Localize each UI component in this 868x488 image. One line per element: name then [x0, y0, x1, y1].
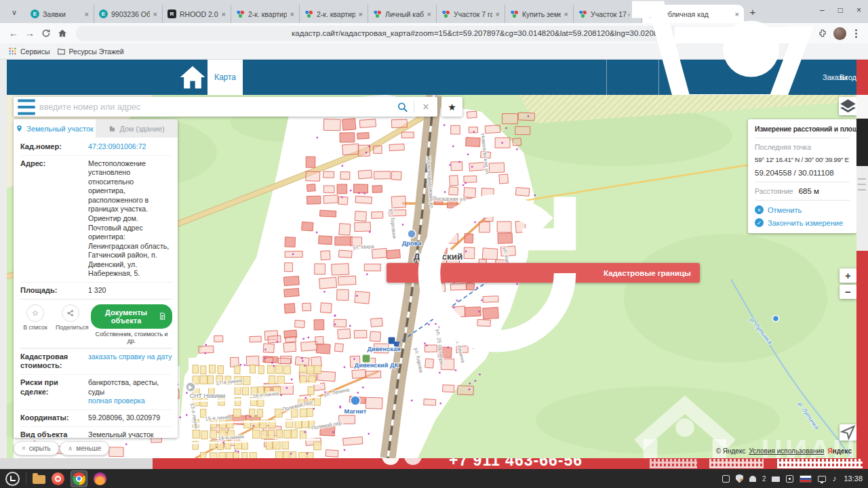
shield-tray-icon[interactable] — [736, 474, 743, 483]
object-panel-tabs: Земельный участокДом (здание) — [14, 119, 178, 138]
hide-panel-button[interactable]: ×скрыть — [14, 441, 59, 455]
flame-app-icon[interactable] — [94, 472, 106, 485]
row-label: Кадастровая стоимость: — [20, 352, 84, 371]
locate-button[interactable] — [840, 424, 856, 441]
network-tray-icon[interactable] — [818, 476, 826, 482]
home-button[interactable] — [54, 28, 71, 38]
close-tab-icon[interactable]: × — [153, 10, 157, 18]
row-link[interactable]: полная проверка — [88, 396, 172, 406]
cian-favicon — [441, 9, 450, 18]
object-row: Кад.номер:47:23:0901006:72 — [20, 139, 172, 155]
tab-title: RHOOD 2.0 — [180, 10, 218, 18]
layers-button[interactable] — [839, 97, 856, 115]
yandex-logo: Яндекс — [827, 447, 852, 455]
object-row: Координаты:59.208096, 30.020979 — [20, 409, 172, 426]
taskbar: 2 ♪ 13:38 — [0, 469, 868, 488]
bookmark-1[interactable]: Сервисы — [8, 47, 50, 56]
object-row: Риски при сделке:банкротства, аресты, су… — [20, 374, 172, 409]
phone-number: +7 911 463-66-56 — [449, 458, 583, 469]
browser-tab-8[interactable]: Купить земель× — [505, 5, 574, 23]
row-link[interactable]: 47:23:0901006:72 — [88, 142, 172, 152]
close-tab-icon[interactable]: × — [290, 10, 294, 18]
page-area: Карта Заказы Вход Вышка связиДивенскийДр… — [0, 60, 868, 469]
clear-search-icon[interactable]: × — [414, 101, 437, 113]
search-input[interactable] — [39, 102, 391, 112]
url-text: кадастр.сайт/кадастровая_карта#zoom=15&c… — [292, 29, 667, 37]
browser-tab-7[interactable]: Участок 7 га (И× — [437, 5, 505, 23]
browser-tab-2[interactable]: Е9903236 Объе× — [94, 5, 163, 23]
underlying-page-right — [856, 60, 868, 458]
close-window-button[interactable]: × — [856, 5, 861, 15]
browser-menu-icon[interactable] — [849, 29, 863, 38]
forward-button[interactable]: → — [22, 28, 38, 39]
back-button[interactable]: ← — [5, 28, 22, 39]
system-tray: 2 ♪ 13:38 — [722, 474, 863, 483]
screen: ∨ ЕЗаявки×Е9903236 Объе×RRHOOD 2.0×2-к. … — [0, 0, 868, 488]
keyboard-layout-flag[interactable] — [800, 475, 812, 483]
close-tab-icon[interactable]: × — [496, 10, 500, 18]
finish-measure-link[interactable]: ✓ Закончить измерение — [755, 218, 850, 227]
last-point-decimal: 59.204558 / 30.011108 — [755, 169, 850, 177]
updates-tray-icon[interactable] — [722, 475, 730, 483]
maximize-button[interactable]: □ — [838, 5, 843, 15]
row-label: Риски при сделке: — [20, 378, 84, 406]
object-panel-body: Кад.номер:47:23:0901006:72Адрес:Местопол… — [14, 138, 178, 438]
close-tab-icon[interactable]: × — [564, 10, 568, 18]
etagi-favicon: Е — [99, 9, 108, 18]
object-documents-button[interactable]: Документы объекта — [91, 304, 172, 329]
row-label: Адрес: — [20, 159, 84, 279]
browser-tab-3[interactable]: RRHOOD 2.0× — [163, 5, 231, 23]
cadastral-borders-button[interactable]: Кадастровые границы — [387, 263, 700, 283]
object-tab-building[interactable]: Дом (здание) — [96, 119, 178, 138]
close-tab-icon[interactable]: × — [359, 10, 363, 18]
cadastre-site: Карта Заказы Вход Вышка связиДивенскийДр… — [7, 60, 856, 458]
menu-icon[interactable] — [14, 95, 39, 120]
star-outline-icon: ☆ — [26, 304, 44, 322]
reload-button[interactable] — [38, 28, 54, 38]
site-settings-icon[interactable] — [83, 26, 287, 41]
printer-tray-icon[interactable] — [772, 476, 780, 482]
sound-tray-icon[interactable]: ♪ — [832, 474, 836, 483]
browser-tab-6[interactable]: Личный кабин× — [368, 5, 437, 23]
search-icon[interactable] — [391, 101, 414, 113]
site-home-button[interactable] — [178, 60, 208, 95]
favorites-button[interactable]: ★ — [441, 97, 462, 117]
bookmark-2[interactable]: Ресурсы Этажей — [57, 47, 124, 56]
object-row: Адрес:Местоположение установлено относит… — [20, 155, 172, 282]
close-tab-icon[interactable]: × — [427, 10, 431, 18]
share-button[interactable]: Поделиться — [56, 304, 85, 331]
add-to-list-button[interactable]: ☆В список — [20, 304, 50, 331]
start-menu-button[interactable] — [5, 472, 20, 486]
login-button[interactable]: Вход — [667, 60, 856, 95]
row-value: заказать справку на дату — [88, 352, 172, 371]
cian-favicon — [236, 9, 245, 18]
notifications-icon[interactable] — [749, 476, 756, 482]
object-actions: ☆В списокПоделитьсяДокументы объектаСобс… — [20, 299, 172, 348]
clock[interactable]: 13:38 — [844, 474, 863, 483]
tab-title: 9903236 Объе — [111, 10, 150, 18]
zoom-out-button[interactable]: − — [840, 285, 856, 299]
browser-tab-1[interactable]: ЕЗаявки× — [26, 5, 94, 23]
tab-search-button[interactable]: ∨ — [7, 5, 22, 20]
map[interactable]: Вышка связиДивенскийДроваДивенскаяДивенс… — [7, 95, 856, 458]
browser-tab-4[interactable]: 2-к. квартира, 5× — [231, 5, 300, 23]
files-app-icon[interactable] — [33, 475, 45, 484]
object-panel: Земельный участокДом (здание) Кад.номер:… — [14, 119, 178, 438]
terms-link[interactable]: Условия использования — [749, 447, 824, 455]
show-less-button[interactable]: ∧меньше — [60, 441, 109, 455]
chrome-app-active[interactable] — [71, 470, 87, 487]
object-tab-parcel[interactable]: Земельный участок — [14, 119, 96, 138]
browser-tab-5[interactable]: 2-к. квартира, 4× — [300, 5, 368, 23]
zoom-in-button[interactable]: + — [840, 268, 856, 283]
close-tab-icon[interactable]: × — [85, 10, 89, 18]
tab-map[interactable]: Карта — [208, 60, 243, 95]
cancel-measure-link[interactable]: × Отменить — [755, 205, 850, 214]
measure-panel: Измерение расстояний и площади Последняя… — [748, 119, 856, 233]
notification-count: 2 — [762, 475, 766, 483]
row-link[interactable]: заказать справку на дату — [88, 352, 172, 362]
map-attribution: © Яндекс Условия использования Яндекс — [716, 447, 852, 455]
clipboard-tray-icon[interactable] — [786, 475, 793, 483]
cancel-icon: × — [755, 205, 764, 214]
close-tab-icon[interactable]: × — [222, 10, 226, 18]
browser2-app-icon[interactable] — [52, 472, 64, 485]
